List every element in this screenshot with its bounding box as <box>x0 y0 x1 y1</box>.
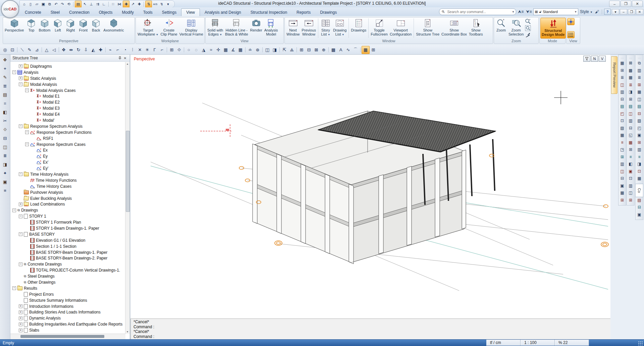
tab-objects[interactable]: Objects <box>94 9 117 16</box>
right-tool-1-11-icon[interactable]: ▦ <box>627 139 634 146</box>
right-tool-0-13-icon[interactable]: ⊞ <box>619 154 626 160</box>
tree-item-load-combinations[interactable]: +Load Combinations <box>10 201 125 207</box>
right-tool-2-9-icon[interactable]: ◰ <box>636 125 643 131</box>
report-preview-tab[interactable]: Report Preview <box>611 56 618 94</box>
tool-23-icon[interactable]: Γ <box>151 46 158 54</box>
right-tool-2-3-icon[interactable]: ⊞ <box>636 81 643 88</box>
expand-icon[interactable]: + <box>19 203 22 206</box>
ribbon-button-story-list[interactable]: StoryList ▼ <box>319 18 332 39</box>
right-tool-2-21-icon[interactable]: ▣ <box>636 211 643 218</box>
right-tool-2-10-icon[interactable]: ▣ <box>636 132 643 138</box>
left-tool-12-icon[interactable]: ◨ <box>2 161 8 168</box>
right-tool-0-3-icon[interactable]: ◫ <box>619 81 626 88</box>
right-tool-0-8-icon[interactable]: ⊡ <box>619 118 626 124</box>
tool-35-icon[interactable]: ∡ <box>229 46 237 54</box>
ribbon-button-show-toolbars[interactable]: ▸OTShowToolbars <box>468 18 484 39</box>
tree-item-modal-e1[interactable]: Σ+Modal E1 <box>10 93 125 99</box>
right-tool-2-16-icon[interactable]: ▦ <box>636 175 643 182</box>
tree-item-euler-buckling-analysis[interactable]: Euler Buckling Analysis <box>10 195 125 201</box>
style-dropdown[interactable]: Style ▼ <box>579 9 593 14</box>
tool-47-icon[interactable]: ⊞ <box>298 46 305 54</box>
right-tool-1-1-icon[interactable]: ▩ <box>627 67 634 73</box>
tree-item-time-history-cases[interactable]: Time History Cases <box>10 183 125 189</box>
tree-item-story-1-beam-drawings-1-paper[interactable]: STORY 1-Beam Drawings-1. Paper <box>10 225 125 231</box>
scroll-up-icon[interactable]: ▲ <box>125 62 129 66</box>
tool-45-icon[interactable]: ⟁ <box>288 46 296 54</box>
tab-reports[interactable]: Reports <box>292 9 315 16</box>
right-tool-2-6-icon[interactable]: ▤ <box>636 103 643 110</box>
tool-52-icon[interactable]: ▩ <box>330 46 337 54</box>
zoom-window-button[interactable] <box>525 25 531 32</box>
right-tool-1-6-icon[interactable]: ▤ <box>627 103 634 110</box>
ribbon-button-zoom-selection[interactable]: ZoomSelection <box>507 18 525 39</box>
tool-3-icon[interactable]: ⟍ <box>18 46 26 54</box>
tree-item-modal-e3[interactable]: Σ+Modal E3 <box>10 105 125 111</box>
left-tool-0-icon[interactable]: ✥ <box>2 57 8 63</box>
tree-item-base-story[interactable]: −BASE STORY <box>10 231 125 237</box>
tree-item-ex[interactable]: +Ex' <box>10 159 125 165</box>
collapse-icon[interactable]: − <box>19 215 22 218</box>
viewport-filter-button[interactable] <box>583 56 590 62</box>
tree-item-modal-analysis[interactable]: −Modal Analysis <box>10 81 125 88</box>
tool-15-icon[interactable]: ✚ <box>97 46 104 54</box>
tree-item-diaphragms[interactable]: +Diaphragms <box>10 63 125 69</box>
tree-item-structure-summary-informations[interactable]: Structure Summary Informations <box>10 297 125 303</box>
right-tool-2-0-icon[interactable]: ⧉ <box>636 60 643 66</box>
tool-36-icon[interactable]: ▦ <box>237 46 244 54</box>
right-tool-0-10-icon[interactable]: ▦ <box>619 132 626 138</box>
undo-icon[interactable]: ↶ <box>53 1 59 7</box>
snap-nearest-icon[interactable]: ↗ <box>130 1 136 7</box>
tree-item-response-spectrum-cases[interactable]: −+Response Spectrum Cases <box>10 141 125 148</box>
right-tool-2-7-icon[interactable]: ⊟ <box>636 110 643 117</box>
tree-item-time-history-functions[interactable]: ƒ(tTime History Functions <box>10 177 125 183</box>
collapsed-panel-tab[interactable]: Co <box>635 184 643 197</box>
tree-item-response-spectrum-analysis[interactable]: −Response Spectrum Analysis <box>10 123 125 129</box>
select-pointer-icon[interactable]: ↖ <box>82 1 88 7</box>
units-cell[interactable]: tf / cm <box>486 340 521 346</box>
tree-item-modal[interactable]: Σ+Modal' <box>10 117 125 123</box>
right-tool-0-7-icon[interactable]: ◰ <box>619 110 626 117</box>
ribbon-button-analysis-model[interactable]: AnalysisModel <box>263 18 279 39</box>
tab-steel[interactable]: Steel <box>46 9 64 16</box>
ortho-icon[interactable]: ∟ <box>101 1 107 7</box>
tool-21-icon[interactable]: ✕ <box>136 46 144 54</box>
tree-item-results[interactable]: −Results <box>10 285 125 291</box>
right-tool-0-17-icon[interactable]: ▣ <box>619 182 626 189</box>
tool-31-icon[interactable]: ◮ <box>200 46 207 54</box>
perpendicular-icon[interactable]: ⊥ <box>88 1 94 7</box>
collapse-icon[interactable]: − <box>19 124 22 128</box>
tool-5-icon[interactable]: ⊿ <box>33 46 41 54</box>
tree-item-project-errors[interactable]: Project Errors <box>10 291 125 297</box>
tool-0-icon[interactable]: ◎ <box>1 46 9 54</box>
tree-item-other-drawings[interactable]: ⧉Other Drawings <box>10 279 125 285</box>
right-tool-0-19-icon[interactable]: ⊞ <box>619 197 626 203</box>
save-icon[interactable]: ▣ <box>40 1 46 7</box>
ribbon-button-show-structure-tree[interactable]: ShowStructure Tree <box>415 18 440 39</box>
mdi-minimize-button[interactable]: – <box>620 9 627 15</box>
right-tool-2-20-icon[interactable]: ⊟ <box>636 204 643 211</box>
zoom-extents-button[interactable]: + <box>525 18 531 24</box>
tool-8-icon[interactable]: ◁ <box>50 46 58 54</box>
tool-20-icon[interactable]: ⫶ <box>129 46 136 54</box>
ribbon-button-render[interactable]: Render <box>249 18 263 39</box>
minimize-button[interactable]: – <box>609 1 620 7</box>
app-logo[interactable]: ideCAD <box>1 0 19 18</box>
ribbon-button-back[interactable]: Back <box>90 18 102 39</box>
right-tool-2-15-icon[interactable]: ⊡ <box>636 168 643 174</box>
expand-icon[interactable]: + <box>19 323 22 326</box>
right-tool-1-7-icon[interactable]: ◫ <box>627 110 634 117</box>
tab-modify[interactable]: Modify <box>117 9 138 16</box>
right-tool-1-5-icon[interactable]: ⊞ <box>627 96 634 102</box>
revert-view-icon[interactable]: ⟲ <box>66 1 72 7</box>
right-tool-1-9-icon[interactable]: ⊟ <box>627 125 634 131</box>
tree-item-ey[interactable]: +Ey' <box>10 165 125 171</box>
tool-10-icon[interactable]: ✥ <box>60 46 67 54</box>
tree-horizontal-scrollbar[interactable] <box>10 334 125 339</box>
ribbon-button-drawing-list[interactable]: DrawingList ▼ <box>332 18 347 39</box>
expand-icon[interactable]: + <box>19 329 22 332</box>
tree-hscroll-thumb[interactable] <box>20 335 104 338</box>
left-tool-9-icon[interactable]: ⊟ <box>2 135 8 141</box>
ribbon-button-right[interactable]: Right <box>64 18 77 39</box>
tool-44-icon[interactable]: ⇱ <box>281 46 288 54</box>
right-tool-0-18-icon[interactable]: ▦ <box>619 190 626 196</box>
